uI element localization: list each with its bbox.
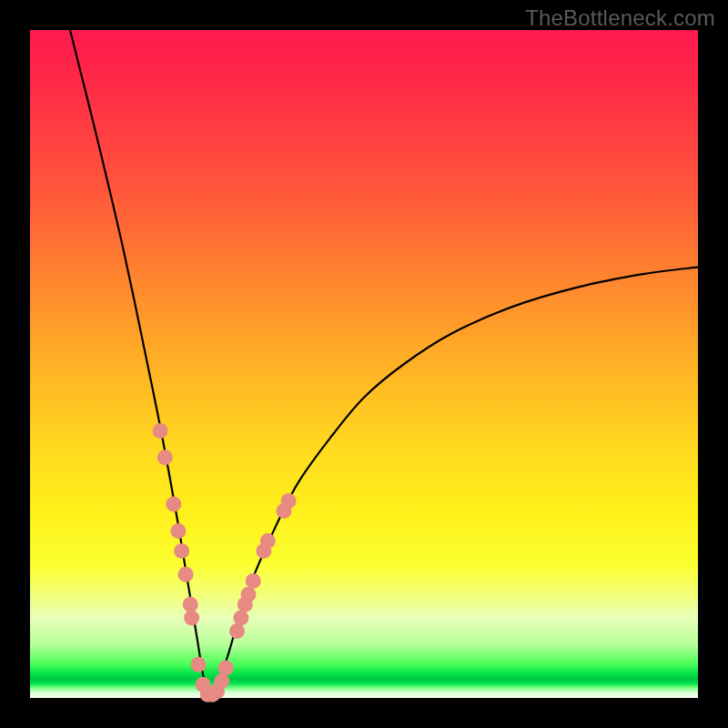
chart-svg <box>30 30 698 698</box>
data-dot <box>233 610 248 625</box>
bottleneck-curve <box>70 30 698 698</box>
data-dots <box>153 423 297 703</box>
data-dot <box>157 450 173 465</box>
watermark-text: TheBottleneck.com <box>525 5 715 31</box>
data-dot <box>170 523 186 539</box>
data-dot <box>166 497 181 512</box>
data-dot <box>218 661 234 676</box>
data-dot <box>183 597 198 612</box>
data-dot <box>191 657 207 672</box>
data-dot <box>260 533 276 549</box>
data-dot <box>153 423 168 439</box>
data-dot <box>281 493 297 509</box>
chart-frame: TheBottleneck.com <box>0 0 728 728</box>
data-dot <box>246 573 261 589</box>
data-dot <box>178 567 194 582</box>
data-dot <box>184 610 199 625</box>
data-dot <box>241 587 257 602</box>
data-dot <box>229 623 245 639</box>
data-dot <box>214 673 229 689</box>
data-dot <box>174 543 189 559</box>
